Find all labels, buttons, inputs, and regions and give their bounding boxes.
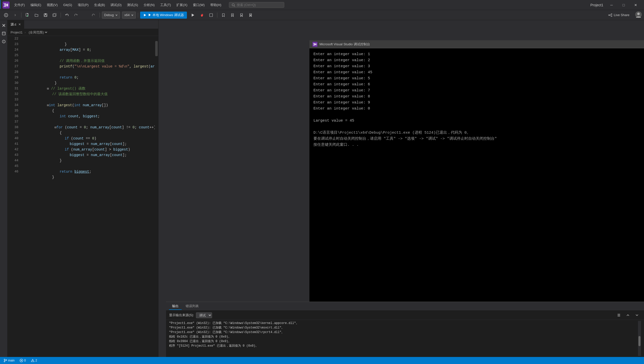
line-num-44: 44 bbox=[8, 158, 18, 163]
output-source-select[interactable]: 调试 bbox=[196, 312, 212, 318]
run-label: ▶ 本地 Windows 调试器 bbox=[148, 13, 184, 17]
forward-button[interactable] bbox=[11, 12, 19, 19]
editor-scrollbar[interactable] bbox=[155, 36, 158, 357]
output-tab[interactable]: 输出 bbox=[169, 303, 182, 310]
console-panel: Microsoft Visual Studio 调试控制台 Enter an i… bbox=[309, 40, 644, 309]
warning-status[interactable]: 2 bbox=[30, 359, 38, 362]
error-list-tab[interactable]: 错误列表 bbox=[183, 303, 202, 310]
config-dropdown[interactable]: Debug bbox=[102, 12, 120, 19]
platform-dropdown[interactable]: x64 bbox=[122, 12, 136, 19]
close-button[interactable]: ✕ bbox=[630, 1, 641, 9]
redo-button[interactable] bbox=[72, 12, 80, 19]
prev-bookmark-button[interactable] bbox=[228, 12, 236, 19]
activity-icon-2[interactable] bbox=[1, 38, 7, 45]
live-share-button[interactable]: Live Share bbox=[606, 12, 632, 18]
title-bar: 文件(F) 编辑(E) 视图(V) Git(G) 项目(P) 生成(B) 调试(… bbox=[0, 0, 644, 10]
user-avatar-area bbox=[635, 11, 642, 19]
search-icon bbox=[232, 3, 235, 7]
git-branch-status[interactable]: main bbox=[3, 359, 16, 362]
platform-label: x64 bbox=[124, 13, 130, 17]
line-num-38: 38 bbox=[8, 125, 18, 130]
svg-point-4 bbox=[4, 13, 8, 17]
activity-pin-icon[interactable] bbox=[1, 22, 7, 29]
menu-debug[interactable]: 调试(D) bbox=[108, 2, 124, 8]
redo-button2[interactable] bbox=[90, 12, 98, 19]
editor-scrollbar-thumb[interactable] bbox=[155, 41, 158, 56]
menu-build[interactable]: 生成(B) bbox=[92, 2, 107, 8]
line-num-22: 22 bbox=[8, 36, 18, 42]
activity-icon-1[interactable] bbox=[1, 30, 7, 37]
search-input[interactable] bbox=[237, 3, 277, 7]
output-scrollbar[interactable] bbox=[638, 321, 641, 356]
user-icon bbox=[635, 11, 642, 18]
debug-fire-button[interactable] bbox=[198, 12, 206, 19]
menu-edit[interactable]: 编辑(E) bbox=[28, 2, 44, 8]
config-label: Debug bbox=[104, 13, 114, 17]
svg-rect-9 bbox=[45, 14, 46, 15]
minimize-button[interactable]: ─ bbox=[606, 1, 617, 9]
bookmark-toggle-button[interactable] bbox=[219, 12, 227, 19]
bottom-panel-tabs: 输出 错误列表 bbox=[166, 302, 644, 311]
menu-project[interactable]: 项目(P) bbox=[75, 2, 91, 8]
open-file-button[interactable] bbox=[32, 12, 41, 19]
next-bookmark-button[interactable] bbox=[237, 12, 246, 19]
save-all-button[interactable] bbox=[51, 12, 59, 19]
breadcrumb-scope-select[interactable]: (全局范围) bbox=[28, 30, 48, 34]
save-button[interactable] bbox=[42, 12, 50, 19]
svg-point-19 bbox=[611, 16, 612, 17]
menu-window[interactable]: 窗口(W) bbox=[190, 2, 207, 8]
output-clear-button[interactable] bbox=[615, 312, 623, 319]
output-scroll-down-button[interactable] bbox=[633, 312, 641, 319]
clear-bookmark-button[interactable] bbox=[247, 12, 255, 19]
menu-help[interactable]: 帮助(H) bbox=[208, 2, 224, 8]
line-num-32: 32 bbox=[8, 91, 18, 97]
maximize-button[interactable]: □ bbox=[618, 1, 629, 9]
output-scroll-up-button[interactable] bbox=[624, 312, 632, 319]
console-line-2: Enter an integer value: 2 bbox=[313, 57, 640, 63]
menu-git[interactable]: Git(G) bbox=[61, 2, 74, 8]
chevron-down-icon2 bbox=[131, 14, 134, 16]
source-c-tab[interactable]: 源.c ✕ bbox=[8, 20, 24, 29]
menu-test[interactable]: 测试(S) bbox=[125, 2, 140, 8]
menu-tools[interactable]: 工具(T) bbox=[158, 2, 174, 8]
separator-3 bbox=[100, 13, 100, 18]
console-title-bar: Microsoft Visual Studio 调试控制台 bbox=[309, 40, 644, 48]
svg-point-46 bbox=[4, 361, 5, 362]
console-line-8: Enter an integer value: 8 bbox=[313, 94, 640, 100]
console-line-9: Enter an integer value: 9 bbox=[313, 100, 640, 106]
separator-2 bbox=[61, 13, 61, 18]
menu-extensions[interactable]: 扩展(X) bbox=[174, 2, 190, 8]
line-numbers: 22 23 24 25 26 27 28 29 30 31 32 33 34 3… bbox=[8, 36, 21, 357]
editor-tabs: 源.c ✕ bbox=[8, 20, 158, 29]
debug-play-button[interactable] bbox=[189, 12, 197, 19]
live-share-label: Live Share bbox=[614, 13, 629, 17]
output-scrollbar-thumb[interactable] bbox=[638, 336, 640, 346]
menu-analyze[interactable]: 分析(N) bbox=[141, 2, 157, 8]
search-box[interactable] bbox=[229, 2, 284, 8]
undo-button[interactable] bbox=[63, 12, 71, 19]
line-num-43: 43 bbox=[8, 152, 18, 158]
menu-view[interactable]: 视图(V) bbox=[44, 2, 60, 8]
svg-rect-40 bbox=[312, 42, 317, 47]
menu-bar: 文件(F) 编辑(E) 视图(V) Git(G) 项目(P) 生成(B) 调试(… bbox=[12, 2, 224, 8]
error-status[interactable]: 0 bbox=[19, 359, 27, 362]
tab-label: 源.c bbox=[11, 22, 16, 27]
code-content[interactable]: } array[MAX] = 0; // 调用函数，并显示返回值 printf(… bbox=[21, 36, 155, 357]
code-line-22: } bbox=[23, 36, 153, 42]
status-warning-icon bbox=[31, 359, 34, 362]
back-button[interactable] bbox=[2, 12, 10, 19]
svg-marker-13 bbox=[144, 14, 146, 16]
console-line-5: Enter an integer value: 5 bbox=[313, 76, 640, 82]
tab-close-icon[interactable]: ✕ bbox=[18, 23, 21, 26]
line-num-31: 31 bbox=[8, 86, 18, 91]
line-num-28: 28 bbox=[8, 69, 18, 75]
menu-file[interactable]: 文件(F) bbox=[12, 2, 27, 8]
new-file-button[interactable] bbox=[23, 12, 31, 19]
svg-point-20 bbox=[609, 15, 610, 16]
console-title: Microsoft Visual Studio 调试控制台 bbox=[319, 42, 370, 47]
line-num-41: 41 bbox=[8, 141, 18, 147]
code-line-28: return 0; bbox=[23, 69, 153, 75]
output-line-5: 线程 0x3904 已退出，返回值为 0 (0x0)。 bbox=[169, 339, 638, 344]
profiling-button[interactable] bbox=[207, 12, 215, 19]
run-debug-button[interactable]: ▶ 本地 Windows 调试器 bbox=[140, 12, 187, 19]
